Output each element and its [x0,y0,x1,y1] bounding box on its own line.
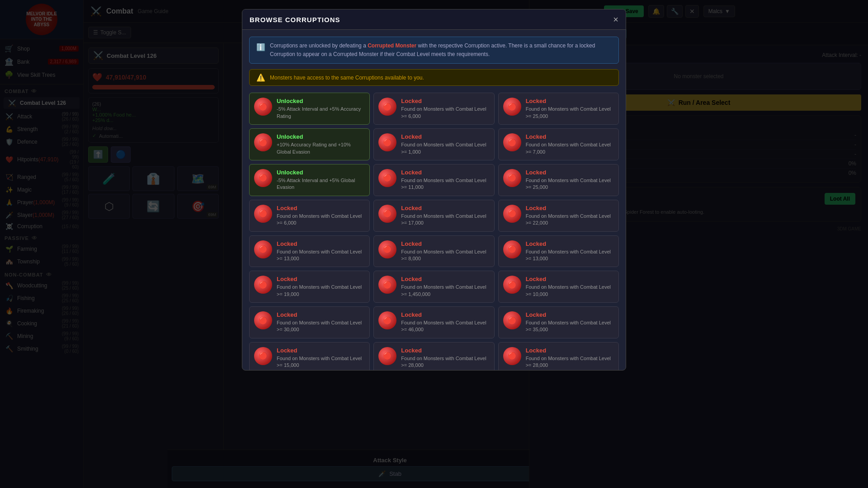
corruption-orb: 🔴 [503,311,521,329]
corruption-orb: 🔴 [503,347,521,365]
corruption-status: Locked [277,276,365,282]
corruption-desc: Found on Monsters with Combat Level >= 6… [277,213,365,227]
corruption-info: LockedFound on Monsters with Combat Leve… [401,311,489,333]
corruption-desc: -5% Attack Interval and +5% Accuracy Rat… [277,106,365,120]
corruption-card[interactable]: 🔴LockedFound on Monsters with Combat Lev… [373,306,494,338]
corruption-card[interactable]: 🔴Unlocked-5% Attack Interval and +5% Acc… [249,93,370,125]
modal-close-button[interactable]: × [613,15,618,24]
corruption-info: LockedFound on Monsters with Combat Leve… [401,169,489,191]
corruption-card[interactable]: 🔴LockedFound on Monsters with Combat Lev… [373,164,494,196]
corruption-info: LockedFound on Monsters with Combat Leve… [277,311,365,333]
info-banner: ℹ️ Corruptions are unlocked by defeating… [249,37,619,64]
corruption-card[interactable]: 🔴LockedFound on Monsters with Combat Lev… [249,200,370,232]
corruption-info: LockedFound on Monsters with Combat Leve… [526,276,614,298]
corruption-status: Locked [526,133,614,140]
corruption-card[interactable]: 🔴LockedFound on Monsters with Combat Lev… [498,128,619,160]
corruption-card[interactable]: 🔴LockedFound on Monsters with Combat Lev… [498,235,619,267]
corruption-desc: Found on Monsters with Combat Level >= 7… [526,141,614,155]
corruption-status: Locked [277,347,365,354]
corruption-orb: 🔴 [378,311,396,329]
corruption-desc: Found on Monsters with Combat Level >= 2… [526,213,614,227]
corruption-card[interactable]: 🔴LockedFound on Monsters with Combat Lev… [498,200,619,232]
corruption-card[interactable]: 🔴LockedFound on Monsters with Combat Lev… [249,306,370,338]
corruption-orb: 🔴 [254,133,272,151]
corruption-status: Locked [526,240,614,247]
corruption-desc: Found on Monsters with Combat Level >= 1… [277,284,365,298]
corruption-card[interactable]: 🔴LockedFound on Monsters with Combat Lev… [373,93,494,125]
corruption-status: Locked [401,98,489,104]
corruption-desc: Found on Monsters with Combat Level >= 1… [401,141,489,155]
corruption-orb: 🔴 [378,98,396,116]
corruption-card[interactable]: 🔴LockedFound on Monsters with Combat Lev… [373,128,494,160]
corruption-orb: 🔴 [254,240,272,258]
corruption-desc: Found on Monsters with Combat Level >= 2… [526,106,614,120]
corruption-desc: Found on Monsters with Combat Level >= 1… [526,249,614,263]
corruption-desc: Found on Monsters with Combat Level >= 1… [401,213,489,227]
corruption-desc: Found on Monsters with Combat Level >= 2… [401,355,489,369]
corruption-card[interactable]: 🔴LockedFound on Monsters with Combat Lev… [498,271,619,303]
corruption-info: LockedFound on Monsters with Combat Leve… [401,347,489,369]
corruption-orb: 🔴 [378,347,396,365]
corruption-status: Locked [277,205,365,211]
corruption-orb: 🔴 [503,205,521,223]
corruption-card[interactable]: 🔴LockedFound on Monsters with Combat Lev… [498,306,619,338]
corruption-desc: Found on Monsters with Combat Level >= 3… [277,319,365,333]
corruption-card[interactable]: 🔴LockedFound on Monsters with Combat Lev… [249,235,370,267]
corruption-orb: 🔴 [254,205,272,223]
corruption-card[interactable]: 🔴LockedFound on Monsters with Combat Lev… [249,271,370,303]
corruption-desc: Found on Monsters with Combat Level >= 3… [526,319,614,333]
corruption-info: LockedFound on Monsters with Combat Leve… [401,276,489,298]
corruption-card[interactable]: 🔴Unlocked+10% Accuracy Rating and +10% G… [249,128,370,160]
corruption-info: LockedFound on Monsters with Combat Leve… [526,347,614,369]
corruption-info: LockedFound on Monsters with Combat Leve… [526,169,614,191]
corruption-status: Locked [277,311,365,318]
corruption-desc: Found on Monsters with Combat Level >= 1… [401,284,489,298]
corruption-status: Locked [526,169,614,176]
modal-body: ℹ️ Corruptions are unlocked by defeating… [242,30,626,370]
corruption-desc: -5% Attack Interval and +5% Global Evasi… [277,177,365,191]
corruption-status: Locked [526,311,614,318]
corruption-info: Unlocked-5% Attack Interval and +5% Glob… [277,169,365,191]
modal-header: BROWSE CORRUPTIONS × [242,9,626,30]
corruption-info: LockedFound on Monsters with Combat Leve… [277,347,365,369]
corruption-status: Locked [277,240,365,247]
corruption-card[interactable]: 🔴LockedFound on Monsters with Combat Lev… [498,164,619,196]
corruption-desc: Found on Monsters with Combat Level >= 2… [526,177,614,191]
corruption-orb: 🔴 [254,98,272,116]
corruption-status: Unlocked [277,133,365,140]
corruption-info: LockedFound on Monsters with Combat Leve… [401,98,489,120]
corruption-orb: 🔴 [503,98,521,116]
corruption-desc: Found on Monsters with Combat Level >= 4… [401,319,489,333]
corruption-card[interactable]: 🔴LockedFound on Monsters with Combat Lev… [498,342,619,370]
corruption-orb: 🔴 [503,133,521,151]
corruption-card[interactable]: 🔴LockedFound on Monsters with Combat Lev… [373,200,494,232]
modal-overlay[interactable]: BROWSE CORRUPTIONS × ℹ️ Corruptions are … [0,0,868,488]
corruption-orb: 🔴 [378,169,396,187]
corruption-desc: Found on Monsters with Combat Level >= 1… [401,177,489,191]
corruption-orb: 🔴 [503,240,521,258]
corruption-status: Locked [401,240,489,247]
corruption-card[interactable]: 🔴LockedFound on Monsters with Combat Lev… [498,93,619,125]
corruption-info: Unlocked-5% Attack Interval and +5% Accu… [277,98,365,120]
corruption-status: Locked [526,276,614,282]
corruption-orb: 🔴 [254,169,272,187]
corruption-card[interactable]: 🔴LockedFound on Monsters with Combat Lev… [373,235,494,267]
corruption-card[interactable]: 🔴LockedFound on Monsters with Combat Lev… [373,342,494,370]
corruption-desc: Found on Monsters with Combat Level >= 1… [526,284,614,298]
corrupted-monster-text: Corrupted Monster [368,42,416,49]
info-icon: ℹ️ [256,42,265,59]
corruption-orb: 🔴 [254,347,272,365]
corruption-card[interactable]: 🔴Unlocked-5% Attack Interval and +5% Glo… [249,164,370,196]
corruption-card[interactable]: 🔴LockedFound on Monsters with Combat Lev… [249,342,370,370]
warning-text: Monsters have access to the same Corrupt… [270,75,424,81]
corruption-info: LockedFound on Monsters with Combat Leve… [277,276,365,298]
corruptions-grid: 🔴Unlocked-5% Attack Interval and +5% Acc… [249,93,619,370]
corruption-info: LockedFound on Monsters with Combat Leve… [526,240,614,263]
corruption-status: Locked [401,311,489,318]
corruption-desc: +10% Accuracy Rating and +10% Global Eva… [277,141,365,155]
corruption-desc: Found on Monsters with Combat Level >= 2… [526,355,614,369]
corruption-status: Unlocked [277,98,365,104]
corruption-info: LockedFound on Monsters with Combat Leve… [526,98,614,120]
corruptions-modal: BROWSE CORRUPTIONS × ℹ️ Corruptions are … [242,9,626,371]
corruption-card[interactable]: 🔴LockedFound on Monsters with Combat Lev… [373,271,494,303]
